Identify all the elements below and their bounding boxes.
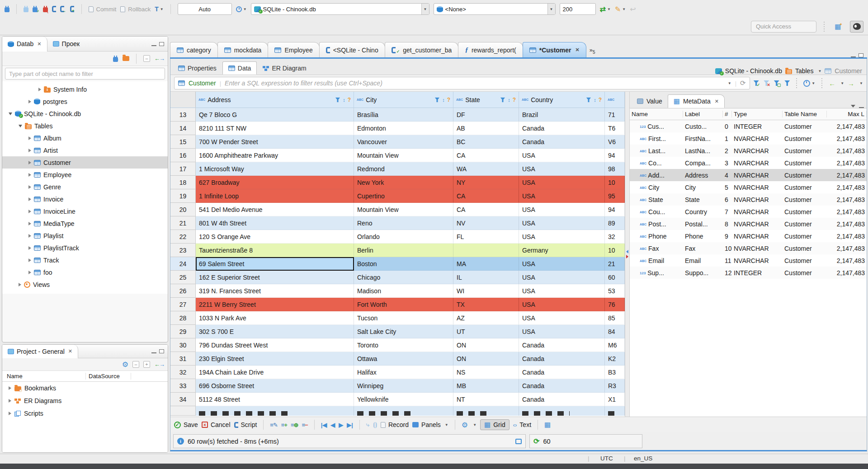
tree-item-mediatype[interactable]: MediaType <box>2 217 168 230</box>
edit-row-icon[interactable]: ≡✎ <box>270 422 277 428</box>
cell[interactable]: Vancouver <box>354 135 453 149</box>
row-number[interactable]: 15 <box>170 135 196 149</box>
cell[interactable]: Boston <box>354 257 453 271</box>
tab-database-navigator[interactable]: Datab✕ <box>2 37 47 52</box>
cell[interactable]: Edmonton <box>354 122 453 135</box>
tab-projects[interactable]: Проек <box>47 37 85 52</box>
tree-item-invoiceline[interactable]: InvoiceLine <box>2 205 168 217</box>
metadata-row[interactable]: CityCity5NVARCHARCustomer2,147,483 <box>630 181 867 193</box>
cell[interactable]: NS <box>453 366 519 379</box>
dbeaver-perspective-button[interactable] <box>850 21 863 33</box>
row-number[interactable]: 21 <box>170 216 196 230</box>
cell[interactable]: Canada <box>519 352 605 366</box>
new-connection-icon[interactable]: + <box>5 5 9 13</box>
cell[interactable]: USA <box>519 216 605 230</box>
subtab-er-diagram[interactable]: ER Diagram <box>257 61 312 75</box>
cell[interactable]: FL <box>453 230 519 244</box>
save-filter-icon[interactable]: ▢ <box>774 80 781 87</box>
cell[interactable]: ON <box>453 338 519 352</box>
row-number[interactable]: 25 <box>170 271 196 284</box>
meta-column-type[interactable]: Type <box>732 111 783 117</box>
connect-icon[interactable] <box>24 6 28 12</box>
cell[interactable]: USA <box>519 162 605 176</box>
editor-tab-mockdata[interactable]: mockdata <box>217 42 269 57</box>
meta-column-max-l[interactable]: Max L <box>827 111 867 117</box>
cell[interactable]: Canada <box>519 379 605 393</box>
cell[interactable]: Redmond <box>354 162 453 176</box>
cell[interactable]: 21 <box>605 257 625 271</box>
navigator-filter-input[interactable]: Type part of object name to filter <box>5 68 165 80</box>
metadata-row[interactable]: FaxFax10NVARCHARCustomer2,147,483 <box>630 242 867 254</box>
custom-filter-icon[interactable] <box>784 80 790 86</box>
close-icon[interactable]: ✕ <box>715 98 719 104</box>
cell[interactable]: USA <box>519 271 605 284</box>
cell[interactable]: Mountain View <box>354 149 453 162</box>
cell[interactable]: 84 <box>605 325 625 338</box>
cell[interactable]: B3 <box>605 366 625 379</box>
close-icon[interactable]: ✕ <box>37 41 41 47</box>
cell[interactable]: Yellowknife <box>354 393 453 406</box>
link-with-editor-icon[interactable]: ←→ <box>154 55 164 62</box>
cell[interactable]: 700 W Pender Street <box>196 135 354 149</box>
monitor-icon[interactable] <box>515 439 522 444</box>
row-number[interactable]: 33 <box>170 379 196 393</box>
cell[interactable]: 8210 111 ST NW <box>196 122 354 135</box>
sql-console-icon[interactable]: → <box>60 5 66 13</box>
cell[interactable]: Canada <box>519 122 605 135</box>
sql-filter-input[interactable]: Customer | Enter a SQL expression to fil… <box>174 77 750 89</box>
editor-tab--customer[interactable]: *Customer✕ <box>523 42 586 57</box>
schema-dropdown-button[interactable]: ▼ <box>547 4 555 14</box>
cell[interactable]: 801 W 4th Street <box>196 216 354 230</box>
panel-splitter[interactable] <box>625 92 630 417</box>
text-view-button[interactable]: ‹›Text <box>513 421 531 428</box>
cancel-button[interactable]: ×Cancel <box>202 421 231 428</box>
fetch-next-icon[interactable]: ⤷ <box>366 421 369 428</box>
cell[interactable]: Cupertino <box>354 189 453 203</box>
save-button[interactable]: Save <box>174 421 198 428</box>
cell[interactable]: BC <box>453 135 519 149</box>
cell[interactable]: 10 <box>605 176 625 189</box>
row-number[interactable]: 19 <box>170 189 196 203</box>
cell[interactable]: Qe 7 Bloco G <box>196 108 354 122</box>
cell[interactable]: 98 <box>605 162 625 176</box>
cell[interactable]: USA <box>519 311 605 325</box>
tree-item-sqlite-chinook-db[interactable]: SQLite - Chinook.db <box>2 108 168 120</box>
cell[interactable]: UT <box>453 325 519 338</box>
meta-column-label[interactable]: Label <box>683 111 723 117</box>
metadata-row[interactable]: Post...Postal...8NVARCHARCustomer2,147,4… <box>630 218 867 230</box>
cell[interactable]: Canada <box>519 338 605 352</box>
previous-page-icon[interactable]: ← <box>829 80 835 87</box>
cell[interactable]: X1 <box>605 393 625 406</box>
cell[interactable]: NV <box>453 216 519 230</box>
cell[interactable]: 230 Elgin Street <box>196 352 354 366</box>
tree-item-indexes[interactable]: Indexes <box>2 291 168 294</box>
breadcrumb-tables[interactable]: Tables <box>795 67 813 75</box>
row-number[interactable]: 34 <box>170 393 196 406</box>
first-row-icon[interactable]: |◀ <box>321 422 327 428</box>
maximize-icon[interactable] <box>159 349 164 353</box>
reconnect-icon[interactable]: ↻ <box>33 5 39 13</box>
cell[interactable]: Canada <box>519 393 605 406</box>
cell[interactable]: USA <box>519 298 605 311</box>
close-icon[interactable]: ✕ <box>68 348 72 354</box>
cell[interactable]: Germany <box>519 244 605 257</box>
cell[interactable]: USA <box>519 284 605 298</box>
remove-filter-icon[interactable]: ✕ <box>764 80 770 87</box>
tree-item-postgres[interactable]: postgres <box>2 95 168 108</box>
cell[interactable]: Halifax <box>354 366 453 379</box>
cell[interactable]: TX <box>453 298 519 311</box>
schema-select[interactable]: <None> ▼ <box>434 3 556 15</box>
calc-panel-icon[interactable] <box>544 421 551 429</box>
cell[interactable]: 796 Dundas Street West <box>196 338 354 352</box>
project-item-scripts[interactable]: Scripts <box>2 407 168 420</box>
tree-item-invoice[interactable]: Invoice <box>2 193 168 205</box>
settings-gear-icon[interactable] <box>122 360 128 369</box>
row-number[interactable]: 30 <box>170 338 196 352</box>
breadcrumb-db[interactable]: SQLite - Chinook.db <box>725 67 782 75</box>
row-number[interactable]: 16 <box>170 149 196 162</box>
cell[interactable]: AZ <box>453 311 519 325</box>
cell[interactable]: Brazil <box>519 108 605 122</box>
project-item-bookmarks[interactable]: Bookmarks <box>2 382 168 394</box>
cell[interactable]: 69 Salem Street <box>196 257 354 271</box>
tree-item-views[interactable]: Views <box>2 278 168 291</box>
